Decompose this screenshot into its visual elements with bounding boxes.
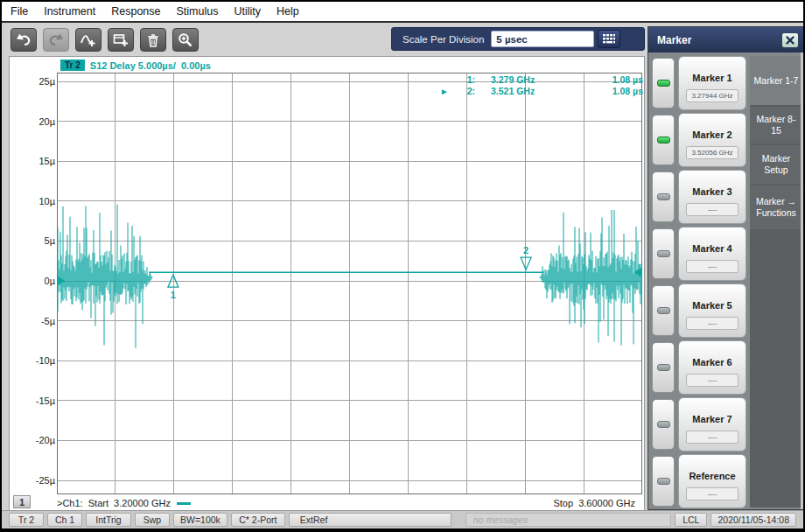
y-tick-label: -20µ [20, 435, 55, 445]
numeric-keypad-button[interactable] [598, 30, 620, 48]
marker-button-label: Marker 5 [679, 300, 746, 311]
marker-button-list: Marker 13.27944 GHzMarker 23.52056 GHzMa… [652, 56, 746, 508]
marker-3-button[interactable]: Marker 3---- [678, 170, 746, 224]
marker-5-toggle[interactable] [652, 285, 675, 336]
y-tick-label: 10µ [20, 196, 55, 206]
marker-panel: Marker Marker 13.27944 GHzMarker 23.5205… [648, 26, 805, 510]
status-segment-bw-100k[interactable]: BW=100k [173, 513, 228, 527]
marker-button-label: Marker 2 [679, 130, 746, 140]
status-segment-inttrig[interactable]: IntTrig [86, 513, 131, 527]
add-window-icon [113, 33, 129, 47]
readout-marker-value: 1.08 µs [573, 74, 643, 86]
readout-marker-number: 2: [452, 86, 475, 97]
marker-2-button[interactable]: Marker 23.52056 GHz [678, 113, 746, 167]
marker-button-label: Marker 1 [679, 73, 746, 83]
reference-button[interactable]: Reference---- [678, 454, 746, 508]
datetime-indicator: 2020/11/05-14:08 [710, 513, 796, 527]
add-marker-button[interactable] [75, 28, 102, 52]
trace-format-label: S12 Delay 5.000µs/ 0.00µs [90, 60, 211, 71]
readout-row-marker-1: 1:3.279 GHz1.08 µs [442, 74, 643, 86]
status-segment-swp[interactable]: Swp [135, 513, 170, 527]
marker-2-toggle[interactable] [652, 115, 675, 165]
scale-per-division-bar: Scale Per Division [391, 27, 645, 51]
marker-5-button[interactable]: Marker 5---- [678, 284, 746, 338]
marker-2-indicator[interactable] [521, 257, 531, 270]
undo-button[interactable] [10, 28, 37, 52]
channel-badge: 1 [13, 495, 31, 508]
y-tick-label: 15µ [20, 156, 55, 166]
y-tick-label: -25µ [20, 475, 55, 486]
menu-item-file[interactable]: File [10, 5, 28, 18]
status-segment-extref[interactable]: ExtRef [289, 513, 452, 527]
marker-1-number: 1 [171, 290, 176, 300]
readout-marker-frequency: 3.279 GHz [475, 74, 573, 86]
marker-readout: 1:3.279 GHz1.08 µs▸2:3.521 GHz1.08 µs [442, 74, 643, 97]
message-box: no messages [466, 513, 671, 527]
menu-item-instrument[interactable]: Instrument [44, 5, 95, 18]
marker-6-toggle[interactable] [652, 342, 675, 393]
marker-panel-header: Marker [648, 27, 804, 52]
marker-button-label: Reference [679, 471, 746, 481]
status-segment-ch-1[interactable]: Ch 1 [47, 513, 82, 527]
marker-button-value: 3.27944 GHz [686, 89, 738, 102]
marker-button-value: ---- [686, 317, 738, 330]
y-tick-label: 5µ [20, 235, 55, 246]
marker-1-button[interactable]: Marker 13.27944 GHz [678, 56, 746, 110]
zoom-button[interactable] [172, 28, 199, 52]
led-off-icon [657, 421, 670, 428]
marker-row: Marker 23.52056 GHz [652, 113, 746, 167]
add-window-button[interactable] [108, 28, 134, 52]
scale-per-division-input[interactable] [491, 31, 594, 47]
tab-marker-8-15[interactable]: Marker 8-15 [750, 107, 802, 144]
menu-item-response[interactable]: Response [111, 5, 160, 18]
marker-6-button[interactable]: Marker 6---- [678, 340, 746, 395]
trace-display-area: Tr 2 S12 Delay 5.000µs/ 0.00µs 25µ20µ15µ… [9, 56, 645, 512]
led-off-icon [657, 478, 670, 485]
status-segment-c-2-port[interactable]: C* 2-Port [231, 513, 285, 527]
zoom-in-icon [178, 32, 193, 47]
delete-button[interactable] [140, 28, 166, 52]
marker-button-label: Marker 6 [679, 357, 746, 368]
tab-marker-functions[interactable]: Marker → Functions [750, 186, 802, 229]
lcl-indicator[interactable]: LCL [675, 513, 707, 527]
marker-7-toggle[interactable] [652, 399, 675, 450]
close-panel-button[interactable] [781, 32, 799, 48]
trace-header: Tr 2 S12 Delay 5.000µs/ 0.00µs [60, 59, 211, 72]
marker-row: Marker 5---- [652, 284, 746, 338]
plot-area: 12 [57, 73, 642, 494]
menu-item-utility[interactable]: Utility [234, 5, 261, 18]
menu-item-stimulus[interactable]: Stimulus [177, 5, 219, 18]
tab-marker-setup[interactable]: Marker Setup [750, 145, 802, 184]
readout-row-marker-2: ▸2:3.521 GHz1.08 µs [442, 86, 643, 97]
menu-item-help[interactable]: Help [276, 5, 299, 18]
panel-edge [801, 52, 804, 509]
y-tick-label: -15µ [20, 396, 55, 406]
start-frequency-text: >Ch1: Start 3.20000 GHz [57, 498, 171, 508]
redo-button[interactable] [43, 28, 69, 52]
instrument-window: FileInstrumentResponseStimulusUtilityHel… [0, 0, 805, 532]
marker-3-toggle[interactable] [652, 172, 675, 222]
scale-per-division-label: Scale Per Division [402, 34, 484, 45]
marker-row: Marker 13.27944 GHz [652, 56, 746, 110]
marker-tab-column: Marker 1-7Marker 8-15Marker SetupMarker … [750, 56, 802, 508]
marker-7-button[interactable]: Marker 7---- [678, 397, 746, 452]
trace-badge[interactable]: Tr 2 [60, 60, 85, 71]
status-segment-tr-2[interactable]: Tr 2 [9, 513, 44, 527]
marker-row: Marker 3---- [652, 170, 746, 224]
led-off-icon [657, 193, 670, 200]
y-tick-label: 0µ [20, 276, 55, 286]
led-off-icon [657, 250, 670, 257]
readout-marker-value: 1.08 µs [573, 86, 643, 97]
x-axis-stop-label: Stop 3.60000 GHz [553, 498, 635, 508]
marker-button-value: ---- [686, 487, 738, 500]
reference-toggle[interactable] [652, 456, 675, 507]
led-off-icon [657, 364, 670, 371]
trace-legend-dash [177, 502, 191, 505]
y-tick-label: 25µ [20, 76, 55, 87]
marker-1-toggle[interactable] [652, 58, 675, 108]
tab-marker-1-7[interactable]: Marker 1-7 [750, 56, 802, 105]
y-tick-label: -5µ [20, 316, 55, 326]
marker-4-button[interactable]: Marker 4---- [678, 227, 746, 281]
marker-button-label: Marker 7 [679, 414, 746, 424]
marker-4-toggle[interactable] [652, 228, 675, 279]
